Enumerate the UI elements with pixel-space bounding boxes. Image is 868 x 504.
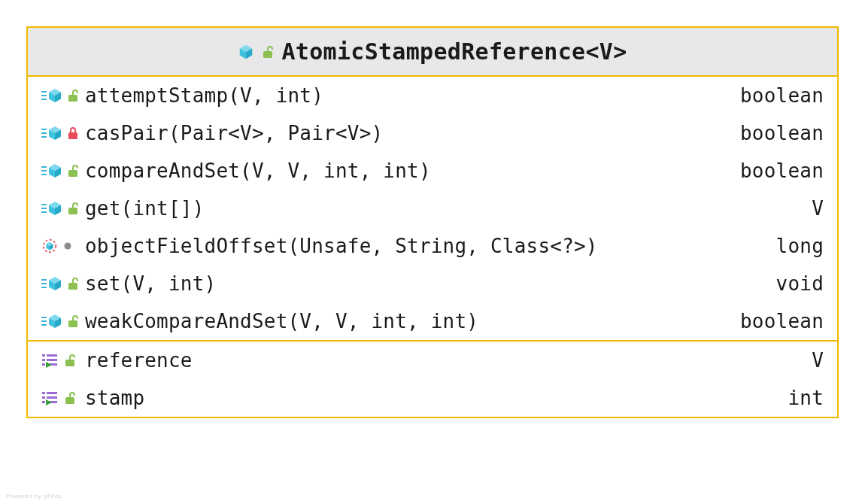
method-icon (41, 314, 62, 329)
method-return-type: boolean (718, 122, 824, 144)
class-header[interactable]: AtomicStampedReference<V> (28, 28, 837, 77)
class-title: AtomicStampedReference<V> (281, 38, 627, 65)
method-row[interactable]: compareAndSet(V, V, int, int) boolean (28, 152, 837, 190)
method-icon (41, 88, 62, 103)
field-icon (41, 353, 59, 368)
method-return-type: void (754, 272, 824, 295)
unlocked-icon (64, 391, 76, 405)
class-icon (238, 44, 254, 60)
method-name: get(int[]) (85, 197, 789, 220)
method-return-type: long (754, 235, 824, 257)
method-return-type: boolean (718, 159, 824, 182)
method-name: set(V, int) (85, 272, 754, 295)
method-name: objectFieldOffset(Unsafe, String, Class<… (85, 235, 754, 257)
method-icon (41, 201, 62, 216)
unlocked-icon (67, 277, 79, 290)
locked-icon (67, 126, 79, 140)
method-row[interactable]: casPair(Pair<V>, Pair<V>) boolean (28, 114, 837, 152)
unlocked-icon (67, 202, 79, 215)
method-return-type: boolean (718, 84, 824, 107)
field-icon (41, 390, 59, 405)
method-icon (41, 276, 62, 291)
field-row[interactable]: reference V (28, 342, 837, 379)
method-name: casPair(Pair<V>, Pair<V>) (85, 122, 718, 144)
method-row[interactable]: objectFieldOffset(Unsafe, String, Class<… (28, 227, 837, 265)
package-private-icon (62, 241, 73, 251)
field-type: int (765, 387, 824, 409)
field-type: V (789, 349, 824, 372)
static-method-icon (41, 238, 58, 254)
method-row[interactable]: attemptStamp(V, int) boolean (28, 77, 837, 114)
unlocked-icon (262, 45, 274, 59)
field-name: reference (85, 349, 789, 372)
method-return-type: V (789, 197, 824, 220)
methods-section: attemptStamp(V, int) boolean casPair(Pai… (28, 77, 837, 342)
method-name: compareAndSet(V, V, int, int) (85, 159, 718, 182)
method-row[interactable]: get(int[]) V (28, 190, 837, 227)
field-name: stamp (85, 387, 765, 409)
method-icon (41, 163, 62, 178)
unlocked-icon (67, 314, 79, 328)
method-icon (41, 126, 62, 141)
method-row[interactable]: set(V, int) void (28, 265, 837, 302)
method-row[interactable]: weakCompareAndSet(V, V, int, int) boolea… (28, 302, 837, 340)
field-row[interactable]: stamp int (28, 379, 837, 417)
unlocked-icon (67, 89, 79, 102)
method-name: attemptStamp(V, int) (85, 84, 718, 107)
method-return-type: boolean (718, 310, 824, 332)
class-structure-panel: AtomicStampedReference<V> attemptStamp(V… (26, 26, 839, 418)
fields-section: reference V stamp int (28, 342, 837, 417)
watermark-text: Powered by gFiles (6, 493, 62, 499)
unlocked-icon (64, 354, 76, 367)
unlocked-icon (67, 164, 79, 178)
method-name: weakCompareAndSet(V, V, int, int) (85, 310, 718, 332)
